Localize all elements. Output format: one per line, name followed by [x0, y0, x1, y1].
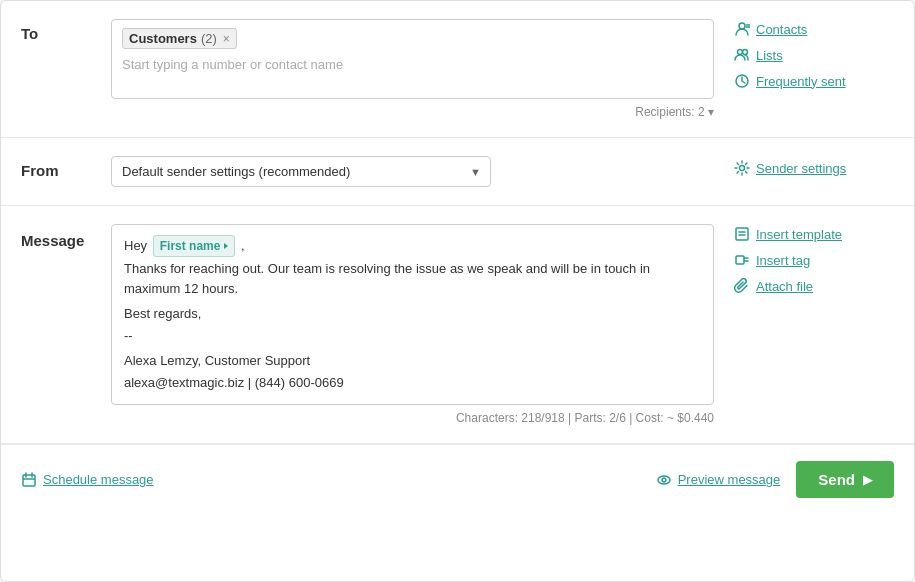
footer: Schedule message Preview message Send ▶ [1, 444, 914, 514]
frequently-sent-link[interactable]: Frequently sent [734, 73, 894, 89]
sender-settings-link[interactable]: Sender settings [734, 160, 894, 176]
message-line-3: Best regards, [124, 304, 701, 324]
message-row: Message Hey First name , Thanks for reac… [1, 206, 914, 444]
tag-name: Customers [129, 31, 197, 46]
message-line-6: alexa@textmagic.biz | (844) 600-0669 [124, 373, 701, 393]
insert-template-link[interactable]: Insert template [734, 226, 894, 242]
gear-icon [734, 160, 750, 176]
svg-point-17 [658, 476, 670, 484]
to-field[interactable]: Customers (2) × Start typing a number or… [111, 19, 714, 99]
contacts-link[interactable]: Contacts [734, 21, 894, 37]
svg-point-6 [740, 166, 745, 171]
message-line-1: Hey First name , [124, 235, 701, 257]
message-label: Message [21, 224, 111, 249]
svg-rect-7 [736, 228, 748, 240]
contact-icon [734, 21, 750, 37]
attach-file-label: Attach file [756, 279, 813, 294]
svg-point-4 [743, 50, 748, 55]
message-line-5: Alexa Lemzy, Customer Support [124, 351, 701, 371]
frequently-sent-label: Frequently sent [756, 74, 846, 89]
attach-file-link[interactable]: Attach file [734, 278, 894, 294]
to-actions: Contacts Lists [714, 19, 894, 99]
message-stats: Characters: 218/918 | Parts: 2/6 | Cost:… [111, 411, 714, 425]
schedule-link[interactable]: Schedule message [21, 472, 154, 488]
svg-point-18 [662, 478, 666, 482]
sender-settings-label: Sender settings [756, 161, 846, 176]
lists-label: Lists [756, 48, 783, 63]
message-content: Hey First name , Thanks for reaching out… [111, 224, 714, 425]
lists-link[interactable]: Lists [734, 47, 894, 63]
tag-icon [734, 252, 750, 268]
insert-template-label: Insert template [756, 227, 842, 242]
message-comma: , [241, 238, 245, 253]
calendar-icon [21, 472, 37, 488]
from-actions: Sender settings [714, 156, 894, 176]
to-row: To Customers (2) × Start typing a number… [1, 1, 914, 138]
preview-label: Preview message [678, 472, 781, 487]
attach-icon [734, 278, 750, 294]
tag-count: (2) [201, 31, 217, 46]
message-line-4: -- [124, 326, 701, 346]
from-content: Default sender settings (recommended)Cus… [111, 156, 714, 187]
template-icon [734, 226, 750, 242]
message-actions: Insert template Insert tag [714, 224, 894, 304]
insert-tag-link[interactable]: Insert tag [734, 252, 894, 268]
svg-point-0 [739, 23, 745, 29]
message-hey: Hey [124, 238, 151, 253]
from-label: From [21, 156, 111, 179]
send-arrow-icon: ▶ [863, 473, 872, 487]
clock-icon [734, 73, 750, 89]
contacts-label: Contacts [756, 22, 807, 37]
send-label: Send [818, 471, 855, 488]
to-placeholder: Start typing a number or contact name [122, 55, 703, 72]
from-select[interactable]: Default sender settings (recommended)Cus… [111, 156, 491, 187]
send-button[interactable]: Send ▶ [796, 461, 894, 498]
svg-rect-13 [23, 475, 35, 486]
first-name-tag[interactable]: First name [153, 235, 236, 257]
to-label: To [21, 19, 111, 42]
recipients-count: Recipients: 2 ▾ [111, 105, 714, 119]
preview-link[interactable]: Preview message [656, 472, 781, 488]
insert-tag-label: Insert tag [756, 253, 810, 268]
eye-icon [656, 472, 672, 488]
lists-icon [734, 47, 750, 63]
svg-rect-10 [736, 256, 744, 264]
message-line-2: Thanks for reaching out. Our team is res… [124, 259, 701, 298]
tag-chip: Customers (2) × [122, 28, 237, 49]
to-content: Customers (2) × Start typing a number or… [111, 19, 714, 119]
schedule-label: Schedule message [43, 472, 154, 487]
tag-close-button[interactable]: × [223, 33, 230, 45]
from-select-wrapper: Default sender settings (recommended)Cus… [111, 156, 491, 187]
message-box[interactable]: Hey First name , Thanks for reaching out… [111, 224, 714, 405]
from-row: From Default sender settings (recommende… [1, 138, 914, 206]
compose-window: To Customers (2) × Start typing a number… [0, 0, 915, 582]
footer-right: Preview message Send ▶ [656, 461, 894, 498]
